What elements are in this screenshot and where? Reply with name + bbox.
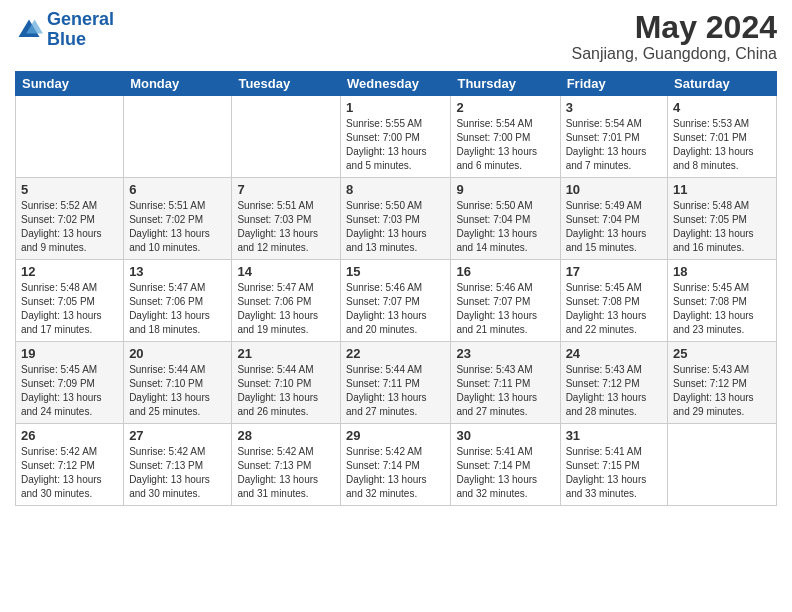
logo: General Blue [15,10,114,50]
day-info: Sunrise: 5:45 AM Sunset: 7:09 PM Dayligh… [21,363,118,419]
calendar-cell [124,96,232,178]
calendar-cell: 7Sunrise: 5:51 AM Sunset: 7:03 PM Daylig… [232,178,341,260]
day-number: 4 [673,100,771,115]
day-info: Sunrise: 5:50 AM Sunset: 7:04 PM Dayligh… [456,199,554,255]
calendar-cell: 3Sunrise: 5:54 AM Sunset: 7:01 PM Daylig… [560,96,667,178]
calendar-cell: 1Sunrise: 5:55 AM Sunset: 7:00 PM Daylig… [341,96,451,178]
calendar-cell: 25Sunrise: 5:43 AM Sunset: 7:12 PM Dayli… [668,342,777,424]
day-number: 2 [456,100,554,115]
day-number: 27 [129,428,226,443]
day-info: Sunrise: 5:51 AM Sunset: 7:03 PM Dayligh… [237,199,335,255]
day-info: Sunrise: 5:48 AM Sunset: 7:05 PM Dayligh… [673,199,771,255]
day-number: 10 [566,182,662,197]
day-info: Sunrise: 5:42 AM Sunset: 7:14 PM Dayligh… [346,445,445,501]
day-info: Sunrise: 5:43 AM Sunset: 7:11 PM Dayligh… [456,363,554,419]
day-info: Sunrise: 5:44 AM Sunset: 7:10 PM Dayligh… [129,363,226,419]
logo-text: General Blue [47,10,114,50]
header: General Blue May 2024 Sanjiang, Guangdon… [15,10,777,63]
calendar-cell: 20Sunrise: 5:44 AM Sunset: 7:10 PM Dayli… [124,342,232,424]
logo-icon [15,16,43,44]
day-info: Sunrise: 5:42 AM Sunset: 7:12 PM Dayligh… [21,445,118,501]
day-number: 11 [673,182,771,197]
calendar-cell: 8Sunrise: 5:50 AM Sunset: 7:03 PM Daylig… [341,178,451,260]
day-number: 8 [346,182,445,197]
calendar-cell: 13Sunrise: 5:47 AM Sunset: 7:06 PM Dayli… [124,260,232,342]
day-number: 29 [346,428,445,443]
calendar-page: General Blue May 2024 Sanjiang, Guangdon… [0,0,792,612]
header-saturday: Saturday [668,72,777,96]
calendar-cell: 12Sunrise: 5:48 AM Sunset: 7:05 PM Dayli… [16,260,124,342]
day-number: 13 [129,264,226,279]
day-info: Sunrise: 5:54 AM Sunset: 7:01 PM Dayligh… [566,117,662,173]
calendar-cell: 28Sunrise: 5:42 AM Sunset: 7:13 PM Dayli… [232,424,341,506]
calendar-cell [668,424,777,506]
header-thursday: Thursday [451,72,560,96]
calendar-cell: 6Sunrise: 5:51 AM Sunset: 7:02 PM Daylig… [124,178,232,260]
day-number: 22 [346,346,445,361]
day-info: Sunrise: 5:46 AM Sunset: 7:07 PM Dayligh… [346,281,445,337]
calendar-cell: 22Sunrise: 5:44 AM Sunset: 7:11 PM Dayli… [341,342,451,424]
calendar-cell: 15Sunrise: 5:46 AM Sunset: 7:07 PM Dayli… [341,260,451,342]
month-title: May 2024 [572,10,778,45]
header-tuesday: Tuesday [232,72,341,96]
day-number: 5 [21,182,118,197]
logo-line1: General [47,9,114,29]
day-number: 12 [21,264,118,279]
calendar-week-4: 19Sunrise: 5:45 AM Sunset: 7:09 PM Dayli… [16,342,777,424]
calendar-cell: 27Sunrise: 5:42 AM Sunset: 7:13 PM Dayli… [124,424,232,506]
calendar-cell: 21Sunrise: 5:44 AM Sunset: 7:10 PM Dayli… [232,342,341,424]
calendar-week-5: 26Sunrise: 5:42 AM Sunset: 7:12 PM Dayli… [16,424,777,506]
header-friday: Friday [560,72,667,96]
day-number: 26 [21,428,118,443]
day-info: Sunrise: 5:47 AM Sunset: 7:06 PM Dayligh… [237,281,335,337]
calendar-cell: 5Sunrise: 5:52 AM Sunset: 7:02 PM Daylig… [16,178,124,260]
logo-line2: Blue [47,29,86,49]
calendar-week-3: 12Sunrise: 5:48 AM Sunset: 7:05 PM Dayli… [16,260,777,342]
calendar-table: Sunday Monday Tuesday Wednesday Thursday… [15,71,777,506]
calendar-cell: 18Sunrise: 5:45 AM Sunset: 7:08 PM Dayli… [668,260,777,342]
day-info: Sunrise: 5:53 AM Sunset: 7:01 PM Dayligh… [673,117,771,173]
calendar-cell: 14Sunrise: 5:47 AM Sunset: 7:06 PM Dayli… [232,260,341,342]
day-number: 1 [346,100,445,115]
day-info: Sunrise: 5:42 AM Sunset: 7:13 PM Dayligh… [129,445,226,501]
day-info: Sunrise: 5:43 AM Sunset: 7:12 PM Dayligh… [566,363,662,419]
day-number: 19 [21,346,118,361]
day-info: Sunrise: 5:50 AM Sunset: 7:03 PM Dayligh… [346,199,445,255]
day-number: 30 [456,428,554,443]
day-info: Sunrise: 5:44 AM Sunset: 7:10 PM Dayligh… [237,363,335,419]
day-info: Sunrise: 5:46 AM Sunset: 7:07 PM Dayligh… [456,281,554,337]
calendar-cell: 19Sunrise: 5:45 AM Sunset: 7:09 PM Dayli… [16,342,124,424]
calendar-cell: 24Sunrise: 5:43 AM Sunset: 7:12 PM Dayli… [560,342,667,424]
day-info: Sunrise: 5:41 AM Sunset: 7:14 PM Dayligh… [456,445,554,501]
calendar-cell [16,96,124,178]
day-number: 25 [673,346,771,361]
day-number: 16 [456,264,554,279]
calendar-cell: 16Sunrise: 5:46 AM Sunset: 7:07 PM Dayli… [451,260,560,342]
calendar-cell: 30Sunrise: 5:41 AM Sunset: 7:14 PM Dayli… [451,424,560,506]
day-number: 24 [566,346,662,361]
day-info: Sunrise: 5:41 AM Sunset: 7:15 PM Dayligh… [566,445,662,501]
day-info: Sunrise: 5:42 AM Sunset: 7:13 PM Dayligh… [237,445,335,501]
day-number: 17 [566,264,662,279]
calendar-cell: 26Sunrise: 5:42 AM Sunset: 7:12 PM Dayli… [16,424,124,506]
day-number: 21 [237,346,335,361]
day-number: 18 [673,264,771,279]
calendar-cell: 2Sunrise: 5:54 AM Sunset: 7:00 PM Daylig… [451,96,560,178]
day-info: Sunrise: 5:52 AM Sunset: 7:02 PM Dayligh… [21,199,118,255]
day-number: 20 [129,346,226,361]
day-number: 31 [566,428,662,443]
location: Sanjiang, Guangdong, China [572,45,778,63]
day-number: 14 [237,264,335,279]
calendar-week-2: 5Sunrise: 5:52 AM Sunset: 7:02 PM Daylig… [16,178,777,260]
calendar-cell: 4Sunrise: 5:53 AM Sunset: 7:01 PM Daylig… [668,96,777,178]
calendar-cell: 10Sunrise: 5:49 AM Sunset: 7:04 PM Dayli… [560,178,667,260]
day-info: Sunrise: 5:45 AM Sunset: 7:08 PM Dayligh… [566,281,662,337]
day-info: Sunrise: 5:49 AM Sunset: 7:04 PM Dayligh… [566,199,662,255]
day-info: Sunrise: 5:45 AM Sunset: 7:08 PM Dayligh… [673,281,771,337]
calendar-cell [232,96,341,178]
day-info: Sunrise: 5:48 AM Sunset: 7:05 PM Dayligh… [21,281,118,337]
day-info: Sunrise: 5:51 AM Sunset: 7:02 PM Dayligh… [129,199,226,255]
header-wednesday: Wednesday [341,72,451,96]
day-number: 28 [237,428,335,443]
calendar-cell: 11Sunrise: 5:48 AM Sunset: 7:05 PM Dayli… [668,178,777,260]
